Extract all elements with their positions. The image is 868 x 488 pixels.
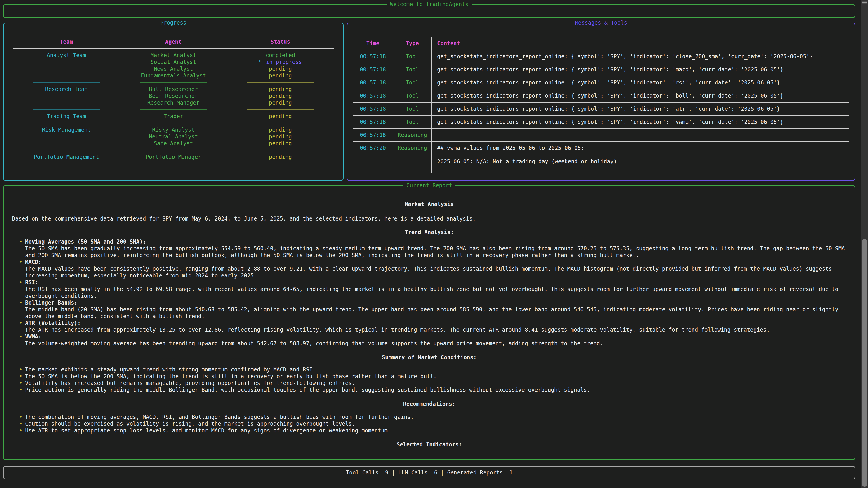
list-item: Price action is generally riding the mid…	[25, 387, 846, 393]
progress-table-header: Team Agent Status	[13, 38, 334, 49]
agent-name: Neutral Analyst	[120, 133, 227, 140]
team-name: Analyst Team	[13, 52, 120, 79]
summary-heading: Summary of Market Conditions:	[12, 354, 846, 361]
messages-table-header: Time Type Content	[353, 37, 849, 50]
agent-name: Market Analyst	[120, 52, 227, 59]
column-header-status: Status	[227, 38, 334, 45]
message-row: 00:57:18 Tool get_stockstats_indicators_…	[353, 63, 849, 76]
message-type: Tool	[393, 89, 432, 102]
progress-table-body: Analyst Team Market Analyst Social Analy…	[13, 49, 334, 160]
section-separator	[13, 120, 334, 127]
list-item: Bollinger Bands:The middle band (20 SMA)…	[25, 299, 846, 320]
message-time: 00:57:20	[353, 142, 393, 173]
message-time: 00:57:18	[353, 129, 393, 142]
welcome-panel-title: Welcome to TradingAgents	[387, 1, 472, 8]
message-type: Tool	[393, 116, 432, 129]
status-badge: pending	[227, 72, 334, 79]
list-item: VWMA:The volume-weighted moving average …	[25, 333, 846, 347]
progress-section-research: Research Team Bull Researcher Bear Resea…	[13, 86, 334, 106]
message-row: 00:57:20 Reasoning ## vwma values from 2…	[353, 142, 849, 173]
status-badge: pending	[227, 66, 334, 72]
progress-section-portfolio: Portfolio Management Portfolio Manager p…	[13, 154, 334, 160]
message-type: Tool	[393, 102, 432, 116]
messages-tools-panel-title: Messages & Tools	[572, 20, 630, 26]
message-type: Reasoning	[393, 142, 432, 173]
section-separator	[13, 79, 334, 86]
progress-section-trading: Trading Team Trader pending	[13, 113, 334, 120]
list-item: The 50 SMA is below the 200 SMA, indicat…	[25, 373, 846, 380]
current-report-panel-title: Current Report	[403, 182, 455, 189]
list-item: MACD:The MACD values have been consisten…	[25, 259, 846, 279]
message-row: 00:57:18 Tool get_stockstats_indicators_…	[353, 102, 849, 116]
team-name: Research Team	[13, 86, 120, 106]
section-separator	[13, 147, 334, 154]
agent-name: Safe Analyst	[120, 140, 227, 147]
message-content: get_stockstats_indicators_report_online:…	[432, 116, 849, 129]
list-item: RSI:The RSI has been mostly in the 54.92…	[25, 279, 846, 299]
list-item: The combination of moving averages, MACD…	[25, 414, 846, 420]
message-time: 00:57:18	[353, 50, 393, 63]
status-badge: pending	[227, 99, 334, 106]
agent-name: Risky Analyst	[120, 127, 227, 133]
status-badge: pending	[227, 154, 334, 160]
message-content: get_stockstats_indicators_report_online:…	[432, 76, 849, 89]
recommendations-heading: Recommendations:	[12, 400, 846, 408]
status-badge: pending	[227, 133, 334, 140]
message-time: 00:57:18	[353, 116, 393, 129]
message-row: 00:57:18 Tool get_stockstats_indicators_…	[353, 116, 849, 129]
status-badge: pending	[227, 113, 334, 120]
agent-name: Social Analyst	[120, 59, 227, 66]
message-type: Tool	[393, 63, 432, 76]
selected-indicators-heading: Selected Indicators:	[12, 441, 846, 448]
tradingagents-tui: { "colors": { "background": "#1e1f1e", "…	[0, 0, 868, 488]
agent-name: Bull Researcher	[120, 86, 227, 93]
trend-analysis-heading: Trend Analysis:	[12, 229, 846, 236]
status-badge: pending	[227, 140, 334, 147]
message-content: get_stockstats_indicators_report_online:…	[432, 63, 849, 76]
list-item: Volatility has increased but remains man…	[25, 380, 846, 387]
message-type: Tool	[393, 76, 432, 89]
list-item: Caution should be exercised as volatilit…	[25, 420, 846, 427]
message-content	[432, 129, 849, 142]
message-time: 00:57:18	[353, 76, 393, 89]
column-header-content: Content	[432, 37, 849, 50]
column-header-type: Type	[393, 37, 432, 50]
status-badge: completed	[227, 52, 334, 59]
section-separator	[13, 106, 334, 113]
message-content: get_stockstats_indicators_report_online:…	[432, 89, 849, 102]
scrollbar-top-button[interactable]	[862, 1, 867, 4]
message-row: 00:57:18 Tool get_stockstats_indicators_…	[353, 76, 849, 89]
recommendations-bullet-list: The combination of moving averages, MACD…	[12, 414, 846, 434]
message-content: ## vwma values from 2025-05-06 to 2025-0…	[432, 142, 849, 173]
spinner-icon: ⠇	[259, 59, 263, 65]
progress-table: Team Agent Status Analyst Team Market An…	[13, 38, 334, 160]
welcome-panel: Welcome to TradingAgents	[3, 4, 855, 18]
message-type: Reasoning	[393, 129, 432, 142]
message-content: get_stockstats_indicators_report_online:…	[432, 102, 849, 116]
status-badge: pending	[227, 93, 334, 99]
agent-name: Research Manager	[120, 99, 227, 106]
summary-bullet-list: The market exhibits a steady upward tren…	[12, 366, 846, 393]
status-badge: pending	[227, 86, 334, 93]
team-name: Risk Management	[13, 127, 120, 147]
report-intro: Based on the comprehensive data retrieve…	[12, 215, 846, 222]
stats-text: Tool Calls: 9 | LLM Calls: 6 | Generated…	[346, 469, 513, 476]
list-item: Moving Averages (50 SMA and 200 SMA):The…	[25, 238, 846, 259]
status-badge: ⠇ in_progress	[227, 59, 334, 66]
agent-name: Trader	[120, 113, 227, 120]
stats-bar: Tool Calls: 9 | LLM Calls: 6 | Generated…	[3, 466, 855, 480]
column-header-team: Team	[13, 38, 120, 45]
list-item: The market exhibits a steady upward tren…	[25, 366, 846, 373]
messages-tools-panel: Messages & Tools Time Type Content 00:57…	[347, 23, 855, 181]
message-type: Tool	[393, 50, 432, 63]
progress-panel-title: Progress	[157, 20, 190, 26]
message-time: 00:57:18	[353, 102, 393, 116]
message-row: 00:57:18 Tool get_stockstats_indicators_…	[353, 50, 849, 63]
agent-name: Bear Researcher	[120, 93, 227, 99]
scrollbar-thumb[interactable]	[862, 239, 867, 487]
trend-bullet-list: Moving Averages (50 SMA and 200 SMA):The…	[12, 238, 846, 347]
message-row: 00:57:18 Tool get_stockstats_indicators_…	[353, 89, 849, 102]
message-time: 00:57:18	[353, 63, 393, 76]
list-item: ATR (Volatility):The ATR has increased f…	[25, 320, 846, 333]
message-content: get_stockstats_indicators_report_online:…	[432, 50, 849, 63]
